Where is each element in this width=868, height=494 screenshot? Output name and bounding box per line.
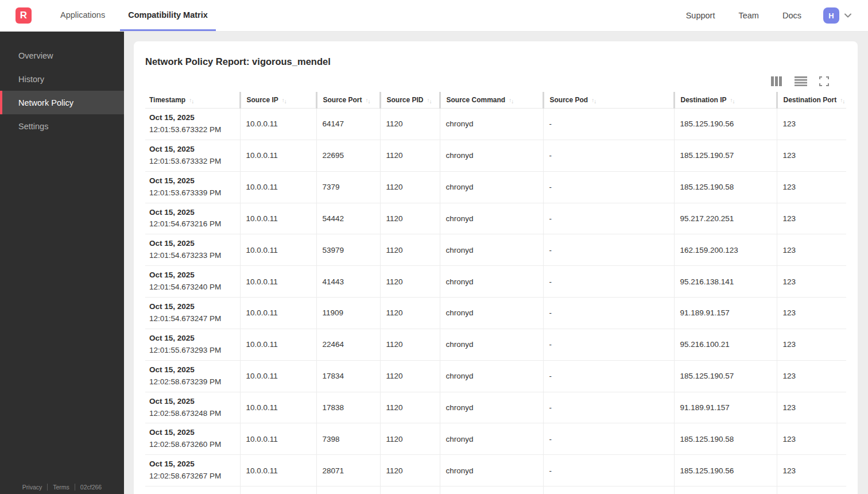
- table-row: Oct 15, 2025 12:01:54.673247 PM 10.0.0.1…: [145, 298, 846, 329]
- cell-source-command: chronyd: [440, 329, 543, 360]
- cell-destination-ip: 91.189.91.157: [674, 392, 777, 423]
- cell-source-ip: 10.0.0.11: [240, 140, 316, 171]
- table-row: Oct 15, 2025 12:02:58.673239 PM 10.0.0.1…: [145, 360, 846, 392]
- sidebar-item-overview[interactable]: Overview: [0, 44, 124, 67]
- cell-source-pod: -: [543, 266, 674, 298]
- column-header-src_pod[interactable]: Source Pod↑↓: [543, 92, 674, 109]
- cell-timestamp: Oct 15, 2025: [145, 487, 240, 494]
- column-header-src_pid[interactable]: Source PID↑↓: [380, 92, 440, 109]
- sort-icon[interactable]: ↑↓: [189, 97, 193, 103]
- cell-timestamp: Oct 15, 2025 12:01:54.673247 PM: [145, 298, 240, 329]
- cell-source-ip: 10.0.0.11: [240, 234, 316, 266]
- sort-icon[interactable]: ↑↓: [282, 97, 286, 103]
- column-label: Source Port: [323, 96, 362, 104]
- cell-source-pod: -: [543, 329, 674, 360]
- avatar[interactable]: H: [823, 7, 839, 24]
- sort-icon[interactable]: ↑↓: [427, 97, 432, 103]
- column-label: Source Command: [447, 96, 506, 104]
- topbar-right: Support Team Docs H: [662, 0, 868, 31]
- cell-source-pod: -: [543, 203, 674, 234]
- fullscreen-icon[interactable]: [819, 76, 829, 86]
- chevron-down-icon[interactable]: [843, 11, 852, 20]
- cell-source-pod: -: [543, 171, 674, 203]
- cell-source-port: [316, 487, 380, 494]
- nav-team[interactable]: Team: [738, 11, 758, 20]
- table-row: Oct 15, 2025 12:01:54.673216 PM 10.0.0.1…: [145, 203, 846, 234]
- cell-destination-port: 123: [777, 266, 846, 298]
- cell-source-pid: 1120: [380, 455, 440, 487]
- cell-destination-port: 123: [777, 140, 846, 171]
- cell-source-port: 7398: [316, 423, 380, 455]
- cell-source-pod: -: [543, 455, 674, 487]
- sort-icon[interactable]: ↑↓: [366, 97, 370, 103]
- column-header-dst_ip[interactable]: Destination IP↑↓: [674, 92, 777, 109]
- app-logo[interactable]: R: [16, 7, 32, 24]
- cell-source-pid: 1120: [380, 203, 440, 234]
- cell-timestamp: Oct 15, 2025 12:02:58.673239 PM: [145, 360, 240, 392]
- cell-source-command: chronyd: [440, 203, 543, 234]
- cell-source-pid: 1120: [380, 360, 440, 392]
- cell-timestamp: Oct 15, 2025 12:01:54.673240 PM: [145, 266, 240, 298]
- cell-timestamp: Oct 15, 2025 12:01:54.673233 PM: [145, 234, 240, 266]
- table-row: Oct 15, 2025 12:01:53.673322 PM 10.0.0.1…: [145, 109, 846, 140]
- cell-destination-ip: [674, 487, 777, 494]
- table-row: Oct 15, 2025 12:01:54.673240 PM 10.0.0.1…: [145, 266, 846, 298]
- cell-source-command: chronyd: [440, 140, 543, 171]
- column-header-dst_port[interactable]: Destination Port↑↓: [777, 92, 846, 109]
- column-header-src_port[interactable]: Source Port↑↓: [316, 92, 380, 109]
- cell-destination-ip: 185.125.190.57: [674, 140, 777, 171]
- primary-nav: Applications Compatibility Matrix: [52, 0, 223, 31]
- cell-source-pid: 1120: [380, 140, 440, 171]
- cell-destination-port: 123: [777, 455, 846, 487]
- sidebar-item-network-policy[interactable]: Network Policy: [0, 91, 124, 114]
- cell-source-pid: 1120: [380, 329, 440, 360]
- cell-source-ip: 10.0.0.11: [240, 203, 316, 234]
- cell-source-port: 22464: [316, 329, 380, 360]
- cell-destination-port: 123: [777, 360, 846, 392]
- cell-timestamp: Oct 15, 2025 12:01:54.673216 PM: [145, 203, 240, 234]
- cell-source-pid: [380, 487, 440, 494]
- cell-timestamp: Oct 15, 2025 12:01:55.673293 PM: [145, 329, 240, 360]
- cell-source-pod: -: [543, 140, 674, 171]
- cell-source-pod: -: [543, 392, 674, 423]
- sort-icon[interactable]: ↑↓: [730, 97, 735, 103]
- cell-timestamp: Oct 15, 2025 12:02:58.673260 PM: [145, 423, 240, 455]
- cell-source-pod: -: [543, 423, 674, 455]
- cell-source-port: 17838: [316, 392, 380, 423]
- privacy-link[interactable]: Privacy: [22, 484, 42, 491]
- column-label: Source PID: [387, 96, 424, 104]
- nav-support[interactable]: Support: [686, 11, 715, 20]
- footer-divider: [47, 484, 48, 491]
- sidebar-item-history[interactable]: History: [0, 67, 124, 91]
- table-row: Oct 15, 2025 12:02:58.673260 PM 10.0.0.1…: [145, 423, 846, 455]
- tab-applications[interactable]: Applications: [52, 0, 113, 31]
- column-header-src_cmd[interactable]: Source Command↑↓: [440, 92, 543, 109]
- main-content: Network Policy Report: vigorous_mendel T…: [124, 32, 868, 494]
- rows-view-icon[interactable]: [795, 76, 807, 86]
- cell-source-port: 7379: [316, 171, 380, 203]
- cell-destination-port: 123: [777, 171, 846, 203]
- cell-destination-ip: 95.216.100.21: [674, 329, 777, 360]
- table-row: Oct 15, 2025 12:02:58.673248 PM 10.0.0.1…: [145, 392, 846, 423]
- cell-destination-port: [777, 487, 846, 494]
- terms-link[interactable]: Terms: [53, 484, 69, 491]
- column-label: Destination Port: [784, 96, 837, 104]
- sidebar-item-settings[interactable]: Settings: [0, 114, 124, 138]
- cell-source-pod: -: [543, 109, 674, 140]
- sort-icon[interactable]: ↑↓: [591, 97, 596, 103]
- cell-source-command: chronyd: [440, 234, 543, 266]
- columns-view-icon[interactable]: [771, 76, 782, 86]
- cell-source-command: chronyd: [440, 171, 543, 203]
- column-header-src_ip[interactable]: Source IP↑↓: [240, 92, 316, 109]
- cell-destination-ip: 91.189.91.157: [674, 298, 777, 329]
- cell-source-pod: -: [543, 234, 674, 266]
- tab-compatibility-matrix[interactable]: Compatibility Matrix: [120, 0, 216, 31]
- sort-icon[interactable]: ↑↓: [840, 97, 844, 103]
- sort-icon[interactable]: ↑↓: [509, 97, 513, 103]
- table-row: Oct 15, 2025 12:01:53.673332 PM 10.0.0.1…: [145, 140, 846, 171]
- column-header-timestamp[interactable]: Timestamp↑↓: [145, 92, 240, 109]
- table-row: Oct 15, 2025 12:02:58.673267 PM 10.0.0.1…: [145, 455, 846, 487]
- nav-docs[interactable]: Docs: [782, 11, 801, 20]
- cell-source-ip: 10.0.0.11: [240, 171, 316, 203]
- cell-source-command: chronyd: [440, 298, 543, 329]
